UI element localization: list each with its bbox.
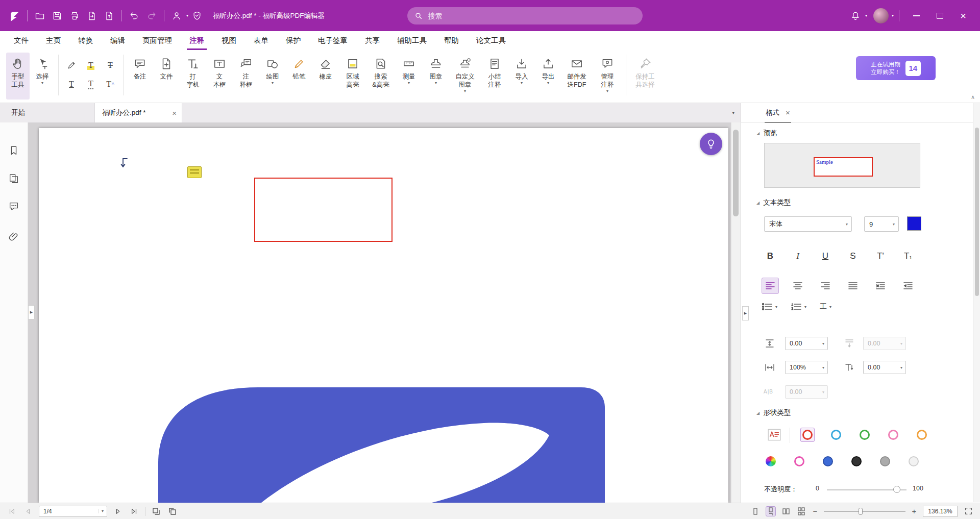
indent-decrease-button[interactable]	[872, 278, 889, 294]
hand-tool-button[interactable]: 手型 工具	[6, 53, 30, 100]
previous-view-button[interactable]	[151, 506, 162, 517]
shape-magenta-outline[interactable]	[792, 454, 806, 468]
measure-button[interactable]: 测量 ▾	[395, 53, 423, 100]
sticky-note-annotation[interactable]	[187, 166, 202, 178]
italic-button[interactable]: I	[789, 248, 806, 264]
zoom-slider-handle[interactable]	[859, 508, 863, 515]
continuous-view-button[interactable]	[766, 506, 776, 516]
shape-type-section-header[interactable]: ◢ 形状类型	[756, 408, 791, 417]
single-page-view-button[interactable]	[750, 506, 761, 516]
menu-item-page-manage[interactable]: 页面管理	[134, 31, 181, 50]
import-comments-button[interactable]: 导入 ▾	[508, 53, 535, 100]
tab-document-active[interactable]: 福昕办公.pdf * ×	[94, 103, 182, 122]
comments-panel-icon[interactable]	[8, 201, 20, 213]
ribbon-collapse-icon[interactable]: ∧	[971, 94, 975, 101]
user-avatar[interactable]	[873, 8, 889, 23]
print-button[interactable]	[66, 7, 83, 24]
shape-orange-outline[interactable]	[915, 428, 929, 442]
next-view-button[interactable]	[167, 506, 178, 517]
close-button[interactable]: ×	[951, 0, 975, 31]
menu-item-help[interactable]: 帮助	[435, 31, 468, 50]
redo-button[interactable]	[143, 7, 160, 24]
select-tool-button[interactable]: 选择 ▾	[30, 53, 55, 100]
page-number-combo[interactable]: 1/4 ▾	[39, 506, 107, 517]
export-comments-button[interactable]: 导出 ▾	[535, 53, 561, 100]
stamp-button[interactable]: 图章 ▾	[423, 53, 449, 100]
replace-text-button[interactable]: T^	[101, 75, 120, 93]
shape-white-filled[interactable]	[906, 454, 921, 468]
next-page-button[interactable]	[112, 506, 124, 517]
pencil-tool-button[interactable]: 铅笔	[286, 53, 312, 100]
underline-button[interactable]: U	[817, 248, 834, 264]
notifications-caret-icon[interactable]: ▾	[865, 13, 867, 18]
menu-item-protect[interactable]: 保护	[277, 31, 309, 50]
align-left-button[interactable]	[762, 278, 779, 294]
eraser-button[interactable]: 橡皮	[312, 53, 339, 100]
text-style-shape-button[interactable]	[768, 429, 781, 441]
bold-button[interactable]: B	[762, 248, 779, 264]
file-attachment-button[interactable]: 文件	[153, 53, 180, 100]
panel-scrollbar-thumb[interactable]	[975, 128, 979, 296]
shape-blue-filled[interactable]	[821, 454, 835, 468]
text-type-section-header[interactable]: ◢ 文本类型	[756, 198, 791, 207]
textbox-button[interactable]: 文 本框	[206, 53, 233, 100]
squiggly-underline-button[interactable]: T	[81, 75, 101, 93]
undo-button[interactable]	[126, 7, 143, 24]
summarize-comments-button[interactable]: 小结 注释	[481, 53, 508, 100]
drawing-tools-button[interactable]: 绘图 ▾	[259, 53, 286, 100]
menu-item-paper-tools[interactable]: 论文工具	[468, 31, 514, 50]
shape-green-outline[interactable]	[857, 428, 872, 442]
pdf-page[interactable]	[39, 128, 728, 503]
panel-scrollbar[interactable]	[973, 103, 980, 502]
rectangle-annotation-selected[interactable]	[254, 178, 393, 242]
underline-text-button[interactable]: T	[62, 75, 81, 93]
select-caret-icon[interactable]: ▾	[41, 81, 43, 85]
save-button[interactable]	[48, 7, 66, 24]
stamp-caret-icon[interactable]: ▾	[435, 81, 437, 85]
last-page-button[interactable]	[129, 506, 140, 517]
format-panel-close-icon[interactable]: ×	[786, 109, 790, 116]
import-caret-icon[interactable]: ▾	[521, 81, 523, 85]
document-canvas[interactable]: ▶	[28, 122, 731, 503]
shape-pink-outline[interactable]	[886, 428, 900, 442]
tab-close-icon[interactable]: ×	[172, 109, 177, 117]
scrollbar-thumb[interactable]	[733, 130, 739, 216]
shape-red-outline[interactable]	[800, 428, 815, 442]
previous-page-button[interactable]	[22, 506, 34, 517]
protect-shield-button[interactable]	[188, 7, 206, 24]
pages-thumbnail-icon[interactable]	[8, 173, 20, 185]
minimize-button[interactable]	[904, 0, 928, 31]
export-pdf-button[interactable]	[83, 7, 101, 24]
zoom-out-button[interactable]: −	[812, 507, 819, 515]
menu-item-share[interactable]: 共享	[356, 31, 388, 50]
line-spacing-select[interactable]: 0.00 ▾	[785, 337, 828, 350]
measure-caret-icon[interactable]: ▾	[408, 81, 410, 85]
menu-item-home[interactable]: 主页	[37, 31, 69, 50]
color-wheel-button[interactable]	[764, 454, 778, 468]
zoom-slider[interactable]	[824, 507, 905, 515]
drawing-caret-icon[interactable]: ▾	[272, 81, 274, 85]
pencil-annotate-button[interactable]	[62, 56, 81, 75]
note-comment-button[interactable]: 备注	[127, 53, 153, 100]
open-file-button[interactable]	[31, 7, 48, 24]
shape-gray-filled[interactable]	[878, 454, 892, 468]
attachments-panel-icon[interactable]	[8, 231, 20, 243]
email-fdf-button[interactable]: 邮件发 送FDF	[561, 53, 592, 100]
horizontal-scale-select[interactable]: 100% ▾	[785, 361, 828, 374]
vertical-scrollbar[interactable]	[731, 122, 741, 503]
left-panel-expand-handle[interactable]: ▶	[28, 305, 35, 319]
font-size-select[interactable]: 9 ▾	[864, 216, 899, 232]
strikeout-text-button[interactable]: T	[101, 56, 120, 75]
strikethrough-button[interactable]: S	[844, 248, 862, 264]
menu-item-edit[interactable]: 编辑	[102, 31, 134, 50]
menu-item-comment[interactable]: 注释	[181, 31, 213, 50]
opacity-slider-handle[interactable]	[893, 486, 900, 493]
right-panel-collapse-handle[interactable]: ▶	[742, 306, 749, 320]
format-panel-tab[interactable]: 格式 ×	[765, 103, 791, 123]
font-family-select[interactable]: 宋体 ▾	[764, 216, 852, 232]
account-button[interactable]	[168, 7, 185, 24]
menu-item-view[interactable]: 视图	[213, 31, 245, 50]
bullet-list-button[interactable]: ▾	[762, 303, 777, 311]
bookmarks-icon[interactable]	[8, 145, 20, 157]
zoom-slider-track[interactable]	[824, 511, 905, 512]
